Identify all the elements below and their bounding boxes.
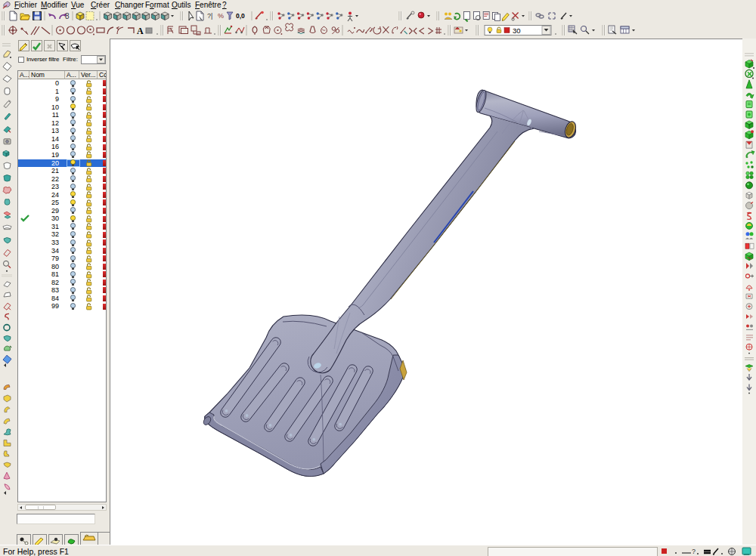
svg-text:30: 30: [513, 26, 521, 35]
svg-text:0,0: 0,0: [236, 12, 245, 20]
svg-text:A: A: [137, 26, 144, 36]
svg-text:?: ?: [692, 548, 696, 555]
svg-text:%: %: [218, 12, 224, 20]
svg-text:8: 8: [65, 12, 70, 20]
svg-text:?|: ?|: [207, 12, 212, 20]
